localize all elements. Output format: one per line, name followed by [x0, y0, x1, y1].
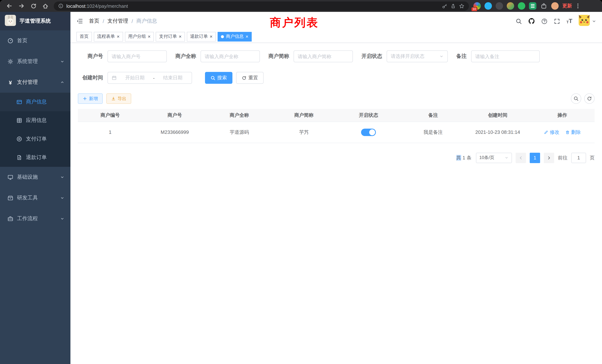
key-icon[interactable]: [442, 3, 447, 9]
sidebar-item-merchant-info[interactable]: 商户信息: [0, 93, 70, 111]
github-icon[interactable]: [528, 18, 535, 24]
filter-row-1: 商户号 商户全称 商户简称 开启状态 请选择开启状态: [78, 50, 595, 62]
extension-dark-icon[interactable]: [496, 2, 503, 10]
user-menu[interactable]: [579, 15, 596, 27]
app-logo[interactable]: 芋道管理系统: [0, 12, 70, 30]
add-button[interactable]: 新增: [78, 93, 103, 104]
close-icon[interactable]: ×: [179, 34, 182, 39]
forward-icon[interactable]: [18, 3, 25, 9]
tab-home[interactable]: 首页: [76, 32, 92, 41]
sidebar-item-label: 支付管理: [17, 79, 38, 86]
status-select[interactable]: 请选择开启状态: [387, 50, 448, 62]
close-icon[interactable]: ×: [210, 34, 213, 39]
extension-colors-icon[interactable]: 10: [473, 2, 481, 10]
toggle-search-button[interactable]: [571, 93, 581, 104]
prev-page-button[interactable]: [516, 152, 526, 163]
next-page-button[interactable]: [544, 152, 554, 163]
tab-process-form[interactable]: 流程表单×: [94, 32, 123, 41]
sidebar-item-system[interactable]: 系统管理: [0, 51, 70, 72]
pagination: 共1条 10条/页 1 前往 页: [78, 152, 595, 163]
refresh-table-button[interactable]: [584, 93, 595, 104]
tab-refund-order[interactable]: 退款订单×: [187, 32, 216, 41]
merchant-name-input[interactable]: [201, 50, 260, 62]
chevron-down-icon: [505, 156, 509, 160]
card-icon: [16, 99, 22, 105]
breadcrumb: 首页 / 支付管理 / 商户信息: [89, 18, 157, 24]
navbar-actions: TT: [516, 15, 596, 27]
browser-toolbar: localhost:1024/pay/merchant 10 更新: [0, 0, 602, 12]
extension-avatar-icon[interactable]: [507, 2, 514, 10]
filter-short-name: 商户简称: [268, 50, 353, 62]
goto-suffix: 页: [590, 154, 595, 161]
help-icon[interactable]: [541, 18, 548, 24]
filter-row-2: 创建时间 开始日期 - 结束日期 搜索: [78, 72, 595, 84]
close-icon[interactable]: ×: [246, 34, 248, 39]
share-icon[interactable]: [450, 3, 456, 9]
close-icon[interactable]: ×: [148, 34, 150, 39]
home-icon[interactable]: [42, 3, 49, 9]
date-range-picker[interactable]: 开始日期 - 结束日期: [108, 72, 192, 84]
extension-badge: 10: [471, 7, 477, 11]
sidebar-item-dev-tools[interactable]: 研发工具: [0, 188, 70, 208]
font-size-icon[interactable]: TT: [566, 18, 572, 24]
col-create-time: 创建时间: [465, 109, 530, 122]
merchant-no-input[interactable]: [108, 50, 167, 62]
breadcrumb-home[interactable]: 首页: [89, 18, 99, 24]
tab-label: 流程表单: [97, 33, 115, 40]
current-page[interactable]: 1: [530, 152, 540, 163]
site-info-icon[interactable]: [58, 3, 63, 9]
puzzle-extensions-icon[interactable]: [540, 2, 548, 10]
col-status: 开启状态: [336, 109, 401, 122]
short-name-input[interactable]: [294, 50, 353, 62]
sidebar-item-label: 商户信息: [26, 99, 47, 105]
export-button[interactable]: 导出: [106, 93, 131, 104]
extension-green-icon[interactable]: [518, 2, 525, 10]
refresh-icon: [242, 75, 247, 80]
extension-drop-icon[interactable]: [484, 2, 492, 10]
gear-icon: [7, 59, 13, 64]
tab-pay-order[interactable]: 支付订单×: [156, 32, 185, 41]
status-toggle[interactable]: [361, 128, 376, 136]
sidebar-menu: 首页 系统管理 ¥ 支付管理: [0, 30, 70, 229]
sidebar-item-label: 研发工具: [17, 195, 38, 201]
fullscreen-icon[interactable]: [554, 18, 560, 24]
plus-icon: [83, 96, 87, 101]
search-icon[interactable]: [516, 18, 522, 24]
tab-label: 退款订单: [190, 33, 208, 40]
sidebar-item-app-info[interactable]: 应用信息: [0, 111, 70, 130]
sidebar-item-pay-order[interactable]: 支付订单: [0, 130, 70, 148]
sidebar-item-refund-order[interactable]: 退款订单: [0, 148, 70, 167]
back-icon[interactable]: [6, 3, 13, 9]
yen-icon: ¥: [7, 79, 13, 85]
address-bar[interactable]: localhost:1024/pay/merchant: [54, 1, 469, 11]
extension-doc-icon[interactable]: [529, 2, 536, 10]
remark-input[interactable]: [471, 50, 540, 62]
browser-menu-icon[interactable]: [575, 3, 581, 9]
filter-status: 开启状态 请选择开启状态: [361, 50, 448, 62]
sidebar-item-label: 工作流程: [17, 215, 38, 222]
reset-button[interactable]: 重置: [236, 72, 264, 84]
sidebar-item-pay[interactable]: ¥ 支付管理: [0, 72, 70, 93]
goto-page-input[interactable]: [571, 152, 586, 163]
cell-merchant-id: 1: [78, 122, 142, 143]
tab-user-group[interactable]: 用户分组×: [125, 32, 154, 41]
close-icon[interactable]: ×: [117, 34, 119, 39]
calendar-icon: [112, 75, 117, 80]
tab-merchant-info[interactable]: 商户信息×: [218, 32, 252, 41]
browser-update-button[interactable]: 更新: [562, 3, 572, 9]
profile-avatar-icon[interactable]: [551, 2, 559, 10]
sidebar-item-home[interactable]: 首页: [0, 30, 70, 51]
table-header-row: 商户编号 商户号 商户全称 商户简称 开启状态 备注 创建时间 操作: [78, 109, 595, 122]
filter-label: 创建时间: [78, 75, 103, 81]
sidebar-item-workflow[interactable]: 工作流程: [0, 208, 70, 229]
edit-link[interactable]: 修改: [544, 129, 559, 136]
sidebar-toggle-icon[interactable]: [76, 18, 83, 24]
reload-icon[interactable]: [30, 3, 37, 9]
sidebar-item-infra[interactable]: 基础设施: [0, 167, 70, 188]
page-size-select[interactable]: 10条/页: [476, 152, 512, 163]
page-size-value: 10条/页: [479, 155, 494, 161]
breadcrumb-pay[interactable]: 支付管理: [108, 18, 128, 24]
search-button[interactable]: 搜索: [205, 72, 232, 84]
bookmark-star-icon[interactable]: [459, 3, 464, 9]
delete-link[interactable]: 删除: [565, 129, 581, 136]
